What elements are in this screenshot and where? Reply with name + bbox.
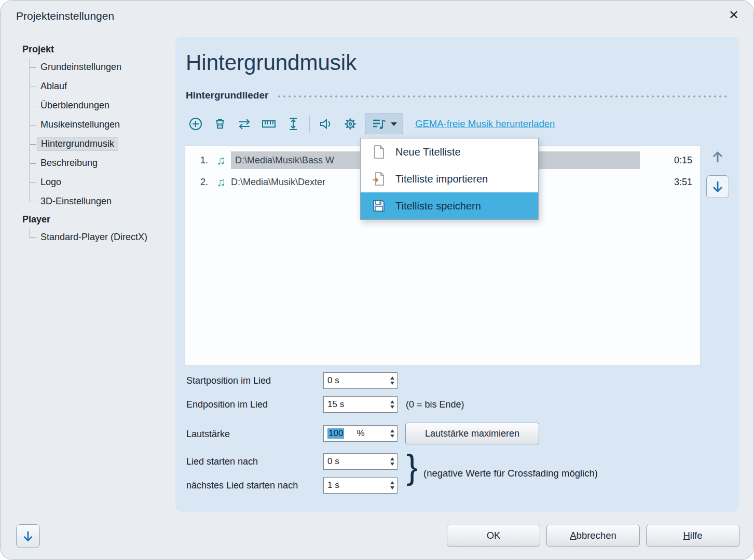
settings-button[interactable] bbox=[340, 114, 360, 134]
song-path: D:\Media\Musik\Bass W bbox=[235, 155, 334, 166]
next-song-value: 1 s bbox=[324, 480, 388, 491]
trash-icon bbox=[212, 116, 228, 132]
ok-button[interactable]: OK bbox=[447, 525, 540, 547]
spinner-buttons[interactable] bbox=[388, 397, 397, 412]
sidebar-item-standard-player[interactable]: Standard-Player (DirectX) bbox=[22, 228, 173, 247]
playlist-menu-button[interactable] bbox=[365, 114, 403, 134]
song-duration: 3:51 bbox=[674, 177, 692, 188]
crossfade-brace: } bbox=[406, 450, 418, 484]
spinner-down-icon[interactable] bbox=[390, 463, 394, 466]
end-position-label: Endposition im Lied bbox=[186, 396, 268, 413]
song-start-input[interactable]: 0 s bbox=[323, 453, 397, 470]
spinner-up-icon[interactable] bbox=[390, 376, 394, 380]
start-position-input[interactable]: 0 s bbox=[323, 372, 397, 389]
arrow-up-icon bbox=[710, 149, 725, 165]
menu-item-label: Neue Titelliste bbox=[395, 146, 461, 158]
nav-tree-projekt: Grundeinstellungen Ablauf Überblendungen… bbox=[22, 58, 173, 211]
fit-duration-button[interactable] bbox=[283, 114, 303, 134]
nav-tree-player: Standard-Player (DirectX) bbox=[22, 228, 173, 247]
music-note-icon: ♫ bbox=[213, 175, 229, 189]
spinner-down-icon[interactable] bbox=[390, 435, 394, 438]
expand-down-button[interactable] bbox=[16, 524, 40, 548]
start-position-label: Startposition im Lied bbox=[186, 372, 271, 389]
music-note-icon: ♫ bbox=[213, 153, 229, 167]
save-icon bbox=[371, 199, 387, 213]
maximize-volume-button[interactable]: Lautstärke maximieren bbox=[405, 423, 539, 444]
playlist-icon bbox=[372, 117, 387, 131]
swap-arrows-icon bbox=[236, 116, 253, 132]
spinner-buttons[interactable] bbox=[388, 373, 397, 388]
add-icon bbox=[188, 116, 203, 132]
window-title: Projekteinstellungen bbox=[16, 10, 114, 22]
volume-unit: % bbox=[357, 428, 364, 439]
start-position-row: Startposition im Lied 0 s bbox=[175, 372, 739, 389]
settings-nav: Projekt Grundeinstellungen Ablauf Überbl… bbox=[22, 41, 173, 247]
spinner-down-icon[interactable] bbox=[390, 486, 394, 489]
end-position-value: 15 s bbox=[324, 399, 388, 410]
end-position-input[interactable]: 15 s bbox=[323, 396, 397, 413]
volume-row: Lautstärke 100% Lautstärke maximieren bbox=[175, 423, 739, 445]
volume-label: Lautstärke bbox=[186, 423, 230, 445]
cancel-button[interactable]: Abbrechen bbox=[546, 525, 640, 547]
sidebar-item-grundeinstellungen[interactable]: Grundeinstellungen bbox=[22, 58, 173, 77]
sidebar-item-logo[interactable]: Logo bbox=[22, 173, 173, 192]
next-song-row: nächstes Lied starten nach 1 s bbox=[175, 477, 739, 494]
import-document-icon bbox=[371, 172, 387, 186]
nav-group-projekt: Projekt bbox=[22, 41, 173, 58]
spinner-up-icon[interactable] bbox=[390, 481, 394, 484]
spinner-down-icon[interactable] bbox=[390, 382, 394, 385]
chevron-down-icon bbox=[391, 122, 397, 126]
background-music-panel: Hintergrundmusik Hintergrundlieder bbox=[175, 37, 739, 512]
volume-settings-button[interactable] bbox=[316, 114, 336, 134]
menu-item-neue-titelliste[interactable]: Neue Titelliste bbox=[361, 138, 538, 165]
end-position-note: (0 = bis Ende) bbox=[406, 396, 464, 413]
menu-item-label: Titelliste importieren bbox=[395, 173, 488, 185]
spinner-down-icon[interactable] bbox=[390, 405, 394, 409]
song-path: D:\Media\Musik\Dexter bbox=[231, 177, 325, 188]
section-divider bbox=[277, 95, 730, 97]
gear-icon bbox=[342, 116, 358, 132]
keyboard-button[interactable] bbox=[259, 114, 279, 134]
help-button[interactable]: Hilfe bbox=[646, 525, 739, 547]
spinner-up-icon[interactable] bbox=[390, 400, 394, 403]
volume-value-wrap: 100% bbox=[324, 428, 388, 439]
delete-song-button[interactable] bbox=[210, 114, 230, 134]
section-header: Hintergrundlieder bbox=[186, 90, 730, 101]
sidebar-item-3d-einstellungen[interactable]: 3D-Einstellungen bbox=[22, 192, 173, 211]
speaker-icon bbox=[318, 116, 334, 132]
arrow-down-icon bbox=[21, 529, 35, 543]
reorder-songs-button[interactable] bbox=[235, 114, 254, 134]
section-label: Hintergrundlieder bbox=[186, 90, 268, 101]
sidebar-item-musikeinstellungen[interactable]: Musikeinstellungen bbox=[22, 115, 173, 134]
playlist-toolbar: GEMA-freie Musik herunterladen bbox=[186, 113, 555, 135]
sidebar-item-ablauf[interactable]: Ablauf bbox=[22, 77, 173, 96]
project-settings-dialog: Projekteinstellungen ✕ Projekt Grundeins… bbox=[0, 0, 754, 560]
keyboard-icon bbox=[261, 116, 277, 132]
menu-item-titelliste-speichern[interactable]: Titelliste speichern bbox=[361, 192, 538, 219]
move-down-button[interactable] bbox=[706, 175, 729, 198]
row-number: 2. bbox=[185, 177, 208, 188]
sidebar-item-beschreibung[interactable]: Beschreibung bbox=[22, 153, 173, 173]
add-song-button[interactable] bbox=[186, 114, 205, 134]
close-icon[interactable]: ✕ bbox=[729, 9, 739, 21]
spinner-buttons[interactable] bbox=[388, 478, 397, 493]
spinner-buttons[interactable] bbox=[388, 454, 397, 469]
gema-free-music-link[interactable]: GEMA-freie Musik herunterladen bbox=[415, 118, 555, 130]
song-start-label: Lied starten nach bbox=[186, 453, 258, 470]
song-path-wrap: D:\Media\Musik\Dexter bbox=[231, 173, 325, 191]
vertical-resize-icon bbox=[286, 116, 300, 132]
nav-group-player: Player bbox=[22, 211, 173, 228]
spinner-up-icon[interactable] bbox=[390, 457, 394, 460]
arrow-down-icon bbox=[710, 179, 725, 194]
spinner-buttons[interactable] bbox=[388, 426, 397, 441]
toolbar-divider bbox=[309, 116, 310, 132]
sidebar-item-hintergrundmusik[interactable]: Hintergrundmusik bbox=[22, 134, 173, 153]
song-duration: 0:15 bbox=[674, 155, 692, 166]
volume-input[interactable]: 100% bbox=[323, 425, 397, 442]
menu-item-titelliste-importieren[interactable]: Titelliste importieren bbox=[361, 165, 538, 192]
playlist-dropdown-menu: Neue Titelliste Titelliste importieren T… bbox=[360, 138, 539, 220]
sidebar-item-ueberblendungen[interactable]: Überblendungen bbox=[22, 96, 173, 115]
move-up-button[interactable] bbox=[707, 147, 728, 167]
next-song-input[interactable]: 1 s bbox=[323, 477, 397, 494]
spinner-up-icon[interactable] bbox=[390, 429, 394, 432]
